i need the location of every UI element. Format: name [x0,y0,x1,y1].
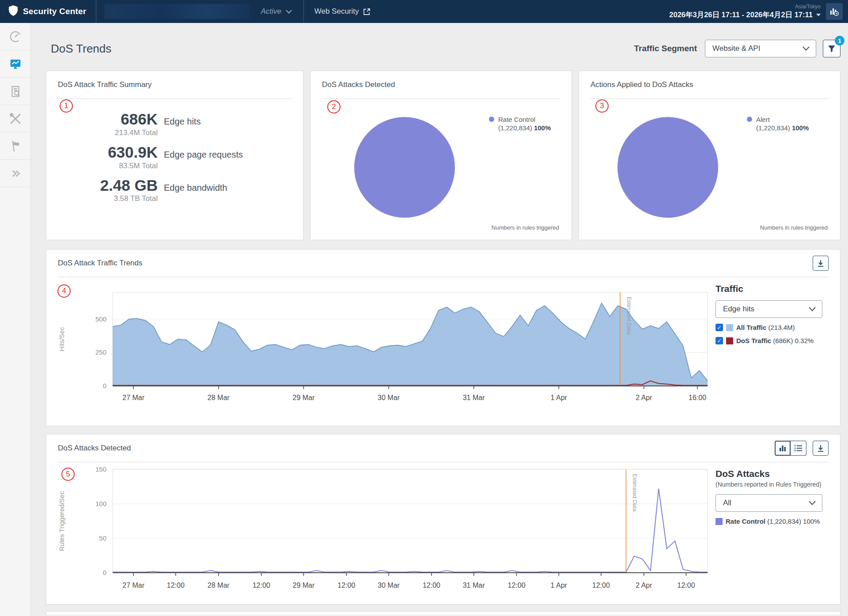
legend-name: Alert [756,115,809,124]
sidebar-item-flags[interactable] [0,132,30,160]
chevron-down-icon [809,307,816,311]
svg-text:12:00: 12:00 [677,582,695,589]
configuration-selector-redacted[interactable] [104,4,250,19]
alert-pie-chart[interactable] [617,117,718,218]
sidebar [0,23,31,616]
panel-title: Traffic [716,283,840,294]
gauge-icon [9,30,22,43]
date-range-picker[interactable]: Asia/Tokyo 2026年3月26日 17:11 - 2026年4月2日 … [669,4,821,19]
date-range-value: 2026年3月26日 17:11 - 2026年4月2日 17:11 [669,10,813,19]
filter-funnel-icon [827,44,836,53]
legend-rate-control: Rate Control (1,220,834) 100% [716,518,840,525]
report-time-button[interactable] [826,3,843,20]
filter-button[interactable]: 1 [823,40,840,57]
filter-count-badge: 1 [835,36,844,45]
chart-clock-icon [829,7,839,16]
svg-text:12:00: 12:00 [337,582,355,589]
download-button[interactable] [813,256,829,271]
rate-control-pie-chart[interactable] [354,117,455,218]
legend-dos-traffic: ✓ DoS Traffic (686K) 0.32% [716,337,840,344]
timezone-label: Asia/Tokyo [669,4,821,10]
dos-attacks-panel: DoS Attacks (Numbers reported in Rules T… [711,462,840,595]
svg-text:Estimated Data: Estimated Data [626,297,632,335]
traffic-segment-dropdown[interactable]: Website & API [705,40,816,57]
svg-text:31 Mar: 31 Mar [463,582,485,589]
pie-legend: Alert (1,220,834) 100% [747,115,809,132]
svg-text:27 Mar: 27 Mar [122,582,144,589]
stat-total: 3.58 TB Total [46,194,158,203]
stat-edge-hits: 686K 213.4M Total Edge hits [46,111,303,137]
annotation-2: 2 [327,100,341,113]
chevron-down-icon [809,501,816,505]
chevron-down-icon [803,46,810,51]
download-icon [817,259,825,267]
date-range-caret-icon [816,14,821,16]
series-swatch [726,324,733,331]
traffic-panel: Traffic Edge hits ✓ All Traffic (213.4M)… [711,277,840,411]
legend-name: Rate Control [726,518,765,525]
svg-text:12:00: 12:00 [423,582,440,589]
sidebar-item-trends[interactable] [0,50,30,78]
stat-value: 2.48 GB [46,178,158,194]
annotation-1: 1 [60,99,73,113]
svg-text:29 Mar: 29 Mar [292,582,314,589]
actions-applied-pie-card: Actions Applied to DoS Attacks 3 Alert (… [579,71,840,240]
dos-attacks-line-chart[interactable]: Estimated Data27 Mar12:0028 Mar12:0029 M… [46,462,711,595]
sidebar-item-reports[interactable] [0,78,30,105]
attack-filter-dropdown[interactable]: All [716,494,822,512]
svg-text:12:00: 12:00 [508,582,526,589]
legend-name: Rate Control [498,115,551,124]
annotation-5: 5 [61,468,75,481]
flag-icon [9,140,22,153]
svg-text:500: 500 [95,315,106,323]
svg-text:30 Mar: 30 Mar [378,582,400,589]
config-status-label: Active [261,7,281,16]
series-swatch [726,337,733,344]
svg-text:1 Apr: 1 Apr [551,394,568,401]
divider [591,98,829,99]
download-icon [817,444,825,452]
svg-text:28 Mar: 28 Mar [208,394,230,401]
pie-legend: Rate Control (1,220,834) 100% [489,115,551,132]
stat-total: 213.4M Total [46,128,158,137]
topbar-divider [96,0,96,23]
stat-label: Edge bandwidth [164,183,227,193]
panel-title: DoS Attacks [716,469,840,479]
svg-text:Rules Triggered/Sec: Rules Triggered/Sec [58,491,65,551]
legend-name: DoS Traffic [736,337,771,344]
legend-name: All Traffic [736,324,766,331]
sidebar-item-tools[interactable] [0,105,30,132]
traffic-metric-dropdown[interactable]: Edge hits [716,300,822,318]
dos-attacks-detected-pie-card: DoS Attacks Detected 2 Rate Control (1,2… [310,71,572,240]
svg-text:12:00: 12:00 [167,582,185,589]
web-security-label: Web Security [314,7,359,16]
sidebar-item-gauge[interactable] [0,23,30,50]
sidebar-item-expand[interactable] [0,160,30,187]
chart-view-button[interactable] [775,441,791,456]
divider [322,98,560,99]
download-button[interactable] [813,441,829,456]
traffic-trends-area-chart[interactable]: Estimated Data27 Mar28 Mar29 Mar30 Mar31… [46,277,711,411]
card-title: DoS Attack Traffic Summary [58,80,151,89]
config-status-dropdown[interactable]: Active [258,7,303,16]
tools-icon [9,112,22,125]
legend-value: (686K) 0.32% [773,337,814,344]
svg-text:0: 0 [103,382,106,389]
legend-value: (1,220,834) [498,124,532,132]
card-title: DoS Attacks Detected [58,444,131,453]
svg-text:150: 150 [95,465,106,473]
app-brand: Security Center [0,0,96,23]
legend-value: (1,220,834) [756,124,790,132]
web-security-link[interactable]: Web Security [304,7,381,16]
checkbox-checked-icon[interactable]: ✓ [716,324,723,331]
checkbox-checked-icon[interactable]: ✓ [716,337,723,344]
svg-text:12:00: 12:00 [592,582,610,589]
list-view-button[interactable] [791,441,806,456]
dos-attack-traffic-summary-card: DoS Attack Traffic Summary 1 686K 213.4M… [46,71,303,240]
legend-value: (213.4M) [768,324,795,331]
stat-value: 630.9K [46,144,158,161]
stat-total: 83.5M Total [46,162,158,170]
traffic-metric-value: Edge hits [723,305,754,314]
dos-attacks-detected-chart-card: DoS Attacks Detected [46,434,840,605]
page-title: DoS Trends [51,42,111,56]
